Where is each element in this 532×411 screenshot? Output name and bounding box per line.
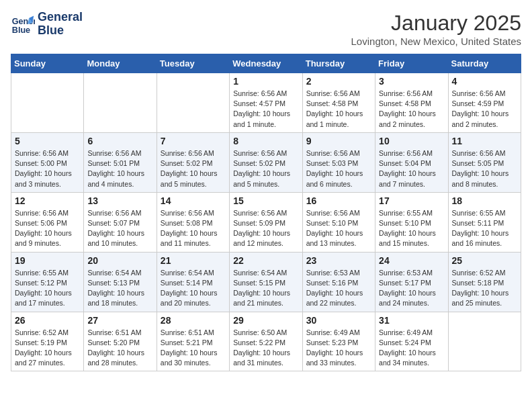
day-info: Sunrise: 6:56 AM Sunset: 5:05 PM Dayligh… bbox=[452, 148, 517, 189]
day-number: 16 bbox=[306, 195, 371, 206]
calendar-cell: 28Sunrise: 6:51 AM Sunset: 5:21 PM Dayli… bbox=[157, 312, 229, 371]
day-info: Sunrise: 6:55 AM Sunset: 5:11 PM Dayligh… bbox=[452, 208, 517, 249]
weekday-header: Friday bbox=[375, 54, 448, 73]
calendar-cell: 7Sunrise: 6:56 AM Sunset: 5:02 PM Daylig… bbox=[157, 132, 229, 192]
day-number: 2 bbox=[306, 76, 371, 87]
calendar-cell: 11Sunrise: 6:56 AM Sunset: 5:05 PM Dayli… bbox=[448, 132, 521, 192]
day-info: Sunrise: 6:53 AM Sunset: 5:17 PM Dayligh… bbox=[379, 268, 444, 309]
calendar-week-row: 5Sunrise: 6:56 AM Sunset: 5:00 PM Daylig… bbox=[11, 132, 521, 192]
day-info: Sunrise: 6:56 AM Sunset: 5:02 PM Dayligh… bbox=[233, 148, 298, 189]
day-info: Sunrise: 6:54 AM Sunset: 5:15 PM Dayligh… bbox=[233, 268, 298, 309]
calendar-cell: 19Sunrise: 6:55 AM Sunset: 5:12 PM Dayli… bbox=[11, 252, 84, 312]
calendar-cell: 12Sunrise: 6:56 AM Sunset: 5:06 PM Dayli… bbox=[11, 192, 84, 252]
day-number: 12 bbox=[15, 195, 80, 206]
calendar-cell: 18Sunrise: 6:55 AM Sunset: 5:11 PM Dayli… bbox=[448, 192, 521, 252]
calendar-cell: 21Sunrise: 6:54 AM Sunset: 5:14 PM Dayli… bbox=[157, 252, 229, 312]
calendar-cell: 25Sunrise: 6:52 AM Sunset: 5:18 PM Dayli… bbox=[448, 252, 521, 312]
title-block: January 2025 Lovington, New Mexico, Unit… bbox=[351, 11, 521, 47]
day-info: Sunrise: 6:54 AM Sunset: 5:13 PM Dayligh… bbox=[87, 268, 152, 309]
day-number: 15 bbox=[233, 195, 298, 206]
day-number: 4 bbox=[452, 76, 517, 87]
logo-text: General Blue bbox=[38, 11, 83, 38]
calendar-cell bbox=[157, 73, 229, 133]
day-info: Sunrise: 6:54 AM Sunset: 5:14 PM Dayligh… bbox=[161, 268, 226, 309]
calendar-cell: 24Sunrise: 6:53 AM Sunset: 5:17 PM Dayli… bbox=[375, 252, 448, 312]
day-info: Sunrise: 6:51 AM Sunset: 5:20 PM Dayligh… bbox=[87, 328, 152, 369]
day-number: 7 bbox=[161, 136, 226, 146]
month-title: January 2025 bbox=[351, 11, 521, 36]
calendar-cell: 16Sunrise: 6:56 AM Sunset: 5:10 PM Dayli… bbox=[302, 192, 375, 252]
calendar-cell: 30Sunrise: 6:49 AM Sunset: 5:23 PM Dayli… bbox=[302, 312, 375, 371]
day-info: Sunrise: 6:50 AM Sunset: 5:22 PM Dayligh… bbox=[233, 328, 298, 369]
calendar-cell: 29Sunrise: 6:50 AM Sunset: 5:22 PM Dayli… bbox=[230, 312, 302, 371]
calendar-cell: 14Sunrise: 6:56 AM Sunset: 5:08 PM Dayli… bbox=[157, 192, 229, 252]
location: Lovington, New Mexico, United States bbox=[351, 36, 521, 47]
day-info: Sunrise: 6:56 AM Sunset: 5:08 PM Dayligh… bbox=[161, 208, 226, 249]
calendar-week-row: 1Sunrise: 6:56 AM Sunset: 4:57 PM Daylig… bbox=[11, 73, 521, 133]
calendar-cell: 20Sunrise: 6:54 AM Sunset: 5:13 PM Dayli… bbox=[84, 252, 157, 312]
calendar-cell: 26Sunrise: 6:52 AM Sunset: 5:19 PM Dayli… bbox=[11, 312, 84, 371]
day-number: 27 bbox=[87, 315, 152, 326]
day-info: Sunrise: 6:56 AM Sunset: 5:00 PM Dayligh… bbox=[15, 148, 80, 189]
calendar-cell bbox=[11, 73, 84, 133]
day-info: Sunrise: 6:52 AM Sunset: 5:19 PM Dayligh… bbox=[15, 328, 80, 369]
day-number: 11 bbox=[452, 136, 517, 146]
day-number: 10 bbox=[379, 136, 444, 146]
day-number: 23 bbox=[306, 255, 371, 266]
weekday-header: Wednesday bbox=[230, 54, 302, 73]
day-number: 24 bbox=[379, 255, 444, 266]
day-info: Sunrise: 6:56 AM Sunset: 5:03 PM Dayligh… bbox=[306, 148, 371, 189]
logo-icon: General Blue bbox=[11, 12, 35, 36]
logo: General Blue General Blue bbox=[11, 11, 83, 38]
day-info: Sunrise: 6:53 AM Sunset: 5:16 PM Dayligh… bbox=[306, 268, 371, 309]
day-number: 6 bbox=[87, 136, 152, 146]
weekday-header-row: SundayMondayTuesdayWednesdayThursdayFrid… bbox=[11, 54, 521, 73]
day-info: Sunrise: 6:56 AM Sunset: 5:07 PM Dayligh… bbox=[87, 208, 152, 249]
day-info: Sunrise: 6:49 AM Sunset: 5:24 PM Dayligh… bbox=[379, 328, 444, 369]
calendar-cell: 22Sunrise: 6:54 AM Sunset: 5:15 PM Dayli… bbox=[230, 252, 302, 312]
calendar-cell: 9Sunrise: 6:56 AM Sunset: 5:03 PM Daylig… bbox=[302, 132, 375, 192]
calendar-cell bbox=[448, 312, 521, 371]
day-info: Sunrise: 6:56 AM Sunset: 5:10 PM Dayligh… bbox=[306, 208, 371, 249]
day-number: 13 bbox=[87, 195, 152, 206]
day-info: Sunrise: 6:52 AM Sunset: 5:18 PM Dayligh… bbox=[452, 268, 517, 309]
day-number: 19 bbox=[15, 255, 80, 266]
calendar-cell bbox=[84, 73, 157, 133]
calendar-cell: 27Sunrise: 6:51 AM Sunset: 5:20 PM Dayli… bbox=[84, 312, 157, 371]
calendar-cell: 6Sunrise: 6:56 AM Sunset: 5:01 PM Daylig… bbox=[84, 132, 157, 192]
day-number: 3 bbox=[379, 76, 444, 87]
weekday-header: Saturday bbox=[448, 54, 521, 73]
day-info: Sunrise: 6:56 AM Sunset: 5:01 PM Dayligh… bbox=[87, 148, 152, 189]
calendar-week-row: 19Sunrise: 6:55 AM Sunset: 5:12 PM Dayli… bbox=[11, 252, 521, 312]
day-info: Sunrise: 6:56 AM Sunset: 4:58 PM Dayligh… bbox=[379, 89, 444, 130]
day-number: 22 bbox=[233, 255, 298, 266]
weekday-header: Tuesday bbox=[157, 54, 229, 73]
svg-text:Blue: Blue bbox=[12, 25, 30, 34]
calendar-cell: 3Sunrise: 6:56 AM Sunset: 4:58 PM Daylig… bbox=[375, 73, 448, 133]
day-number: 17 bbox=[379, 195, 444, 206]
day-number: 8 bbox=[233, 136, 298, 146]
calendar-cell: 4Sunrise: 6:56 AM Sunset: 4:59 PM Daylig… bbox=[448, 73, 521, 133]
day-info: Sunrise: 6:56 AM Sunset: 5:02 PM Dayligh… bbox=[161, 148, 226, 189]
calendar-cell: 2Sunrise: 6:56 AM Sunset: 4:58 PM Daylig… bbox=[302, 73, 375, 133]
calendar-cell: 31Sunrise: 6:49 AM Sunset: 5:24 PM Dayli… bbox=[375, 312, 448, 371]
day-number: 21 bbox=[161, 255, 226, 266]
day-number: 18 bbox=[452, 195, 517, 206]
day-number: 20 bbox=[87, 255, 152, 266]
calendar-cell: 5Sunrise: 6:56 AM Sunset: 5:00 PM Daylig… bbox=[11, 132, 84, 192]
weekday-header: Monday bbox=[84, 54, 157, 73]
calendar-week-row: 26Sunrise: 6:52 AM Sunset: 5:19 PM Dayli… bbox=[11, 312, 521, 371]
day-info: Sunrise: 6:51 AM Sunset: 5:21 PM Dayligh… bbox=[161, 328, 226, 369]
day-number: 1 bbox=[233, 76, 298, 87]
day-number: 25 bbox=[452, 255, 517, 266]
calendar-table: SundayMondayTuesdayWednesdayThursdayFrid… bbox=[11, 54, 521, 371]
day-info: Sunrise: 6:56 AM Sunset: 4:59 PM Dayligh… bbox=[452, 89, 517, 130]
calendar-cell: 17Sunrise: 6:55 AM Sunset: 5:10 PM Dayli… bbox=[375, 192, 448, 252]
day-number: 14 bbox=[161, 195, 226, 206]
day-info: Sunrise: 6:55 AM Sunset: 5:10 PM Dayligh… bbox=[379, 208, 444, 249]
day-info: Sunrise: 6:56 AM Sunset: 5:06 PM Dayligh… bbox=[15, 208, 80, 249]
calendar-cell: 10Sunrise: 6:56 AM Sunset: 5:04 PM Dayli… bbox=[375, 132, 448, 192]
day-number: 5 bbox=[15, 136, 80, 146]
day-info: Sunrise: 6:49 AM Sunset: 5:23 PM Dayligh… bbox=[306, 328, 371, 369]
day-number: 26 bbox=[15, 315, 80, 326]
